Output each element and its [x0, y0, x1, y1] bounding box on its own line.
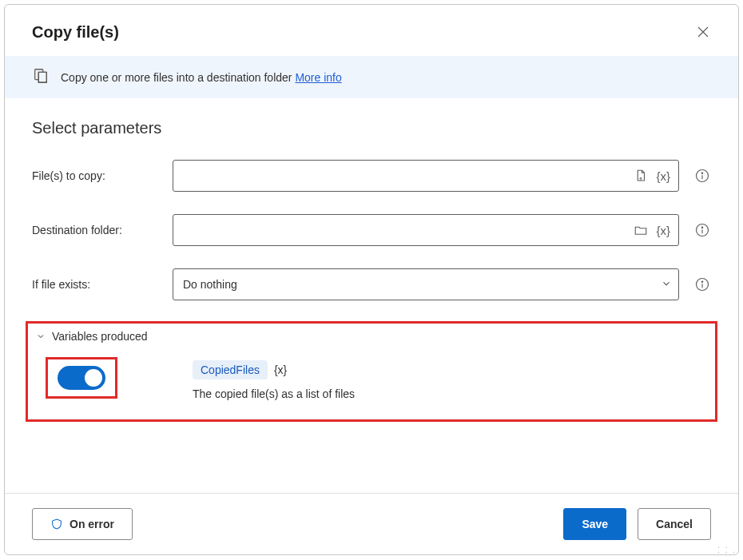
save-button[interactable]: Save [563, 508, 626, 540]
toggle-knob [85, 369, 102, 387]
variable-details: CopiedFiles {x} The copied file(s) as a … [137, 357, 355, 400]
files-to-copy-row: File(s) to copy: {x} [32, 160, 711, 192]
dialog-body: Select parameters File(s) to copy: {x} D… [5, 98, 738, 493]
if-file-exists-value: Do nothing [183, 278, 656, 291]
destination-folder-label: Destination folder: [32, 224, 158, 236]
files-to-copy-label: File(s) to copy: [32, 169, 158, 182]
dialog-title: Copy file(s) [32, 23, 119, 42]
variable-toggle[interactable] [58, 366, 105, 390]
more-info-link[interactable]: More info [295, 71, 341, 84]
svg-point-7 [701, 281, 702, 282]
dialog-footer: On error Save Cancel [5, 493, 738, 554]
variable-name-row: CopiedFiles {x} [193, 360, 355, 379]
cancel-button[interactable]: Cancel [638, 508, 711, 540]
info-icon[interactable] [693, 221, 711, 239]
variables-produced-section: Variables produced CopiedFiles {x} The c… [26, 321, 717, 422]
section-heading: Select parameters [32, 119, 711, 137]
chevron-down-icon [661, 278, 672, 292]
variable-row: CopiedFiles {x} The copied file(s) as a … [36, 357, 707, 400]
toggle-highlight [46, 357, 117, 399]
variable-chip[interactable]: CopiedFiles [193, 360, 268, 379]
close-icon [697, 26, 709, 38]
variable-description: The copied file(s) as a list of files [193, 387, 355, 400]
files-to-copy-input[interactable] [183, 161, 627, 191]
svg-point-3 [701, 173, 702, 173]
variable-brace: {x} [274, 363, 287, 376]
footer-right: Save Cancel [563, 508, 711, 540]
file-picker-icon[interactable] [632, 167, 650, 185]
variables-produced-header[interactable]: Variables produced [36, 330, 707, 343]
variable-picker-icon[interactable]: {x} [654, 168, 672, 185]
files-to-copy-field[interactable]: {x} [173, 160, 679, 192]
variables-produced-title: Variables produced [52, 330, 148, 343]
svg-point-5 [701, 227, 702, 228]
info-icon[interactable] [693, 276, 711, 293]
if-file-exists-select[interactable]: Do nothing [173, 268, 679, 300]
info-icon[interactable] [693, 167, 711, 185]
if-file-exists-label: If file exists: [32, 278, 158, 291]
shield-icon [50, 518, 63, 530]
copy-files-dialog: Copy file(s) Copy one or more files into… [4, 4, 739, 555]
chevron-down-icon [36, 332, 46, 341]
if-file-exists-row: If file exists: Do nothing [32, 268, 711, 300]
copy-files-icon [32, 67, 50, 87]
folder-picker-icon[interactable] [632, 221, 650, 239]
close-button[interactable] [690, 19, 716, 45]
destination-folder-row: Destination folder: {x} [32, 214, 711, 246]
banner-text: Copy one or more files into a destinatio… [61, 71, 342, 84]
destination-folder-input[interactable] [183, 215, 627, 245]
info-banner: Copy one or more files into a destinatio… [5, 56, 738, 98]
dialog-header: Copy file(s) [5, 5, 738, 56]
banner-text-content: Copy one or more files into a destinatio… [61, 71, 295, 84]
variable-picker-icon[interactable]: {x} [654, 222, 672, 239]
destination-folder-field[interactable]: {x} [173, 214, 679, 246]
on-error-button[interactable]: On error [32, 508, 133, 540]
on-error-label: On error [70, 518, 114, 530]
